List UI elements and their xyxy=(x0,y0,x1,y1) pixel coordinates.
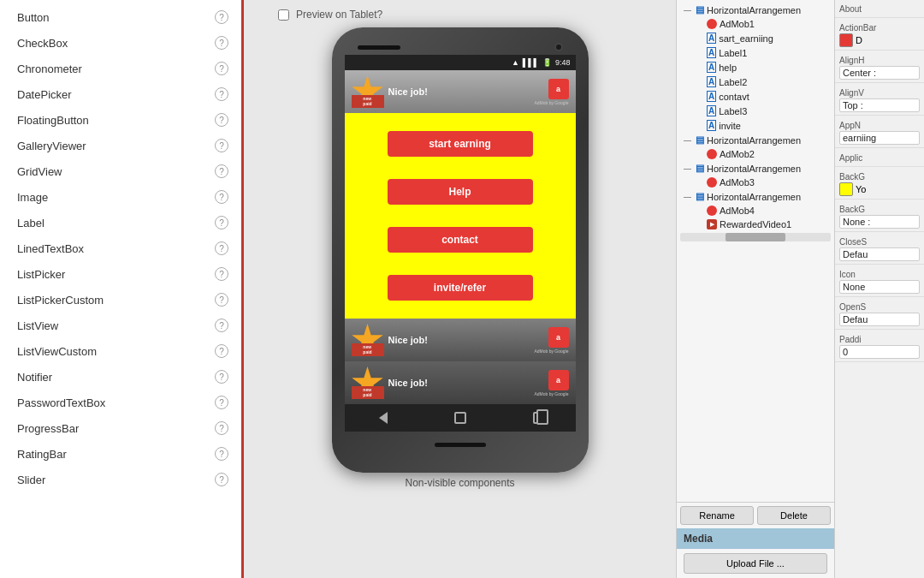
prop-value-field[interactable]: Defau xyxy=(839,313,920,326)
tree-item[interactable]: ▶ RewardedVideo1 xyxy=(677,217,834,231)
help-icon[interactable]: ? xyxy=(215,241,228,255)
help-icon[interactable]: ? xyxy=(215,190,228,204)
tree-item[interactable]: — ▤ HorizontalArrangemen xyxy=(677,3,834,17)
tree-item[interactable]: A sart_earniing xyxy=(677,31,834,45)
prop-section-paddi: Paddi0 xyxy=(835,333,924,362)
help-icon[interactable]: ? xyxy=(215,319,228,332)
tree-item[interactable]: AdMob2 xyxy=(677,147,834,161)
prop-value-field[interactable]: Defau xyxy=(839,247,920,261)
component-label: Notifier xyxy=(17,371,52,384)
prop-value-field[interactable]: None xyxy=(839,280,920,294)
tree-item[interactable]: — ▤ HorizontalArrangemen xyxy=(677,161,834,176)
contact-button[interactable]: contact xyxy=(388,227,533,253)
tree-item[interactable]: A invite xyxy=(677,118,834,133)
help-icon[interactable]: ? xyxy=(215,370,228,384)
tree-node-label: HorizontalArrangemen xyxy=(707,135,801,146)
help-icon[interactable]: ? xyxy=(215,447,228,461)
recents-button[interactable] xyxy=(528,411,547,425)
status-time: 9:48 xyxy=(555,58,571,67)
prop-value-field[interactable]: Top : xyxy=(839,98,920,112)
prop-color-swatch[interactable] xyxy=(839,33,853,47)
component-item-listpicker[interactable]: ListPicker? xyxy=(0,261,241,287)
tree-item[interactable]: A Label2 xyxy=(677,74,834,89)
invite-refer-button[interactable]: invite/refer xyxy=(388,275,533,301)
tree-item[interactable]: AdMob3 xyxy=(677,176,834,189)
start-earning-button[interactable]: start earning xyxy=(388,131,533,157)
component-item-slider[interactable]: Slider? xyxy=(0,467,241,492)
component-item-passwordtextbox[interactable]: PasswordTextBox? xyxy=(0,390,241,415)
home-button[interactable] xyxy=(451,411,470,425)
tree-node-label: contavt xyxy=(719,92,749,102)
prop-value-field[interactable]: 0 xyxy=(839,345,920,359)
help-icon[interactable]: ? xyxy=(215,139,228,152)
component-item-button[interactable]: Button? xyxy=(0,4,241,30)
tree-item[interactable]: A help xyxy=(677,60,834,74)
help-icon[interactable]: ? xyxy=(215,87,228,101)
tree-node-icon: A xyxy=(707,33,716,44)
component-item-progressbar[interactable]: ProgressBar? xyxy=(0,415,241,441)
tree-node-label: HorizontalArrangemen xyxy=(707,5,801,15)
help-icon[interactable]: ? xyxy=(215,267,228,281)
component-item-listviewcustom[interactable]: ListViewCustom? xyxy=(0,338,241,364)
help-icon[interactable]: ? xyxy=(215,36,228,50)
component-item-image[interactable]: Image? xyxy=(0,184,241,210)
help-icon[interactable]: ? xyxy=(215,344,228,358)
component-item-notifier[interactable]: Notifier? xyxy=(0,364,241,390)
tree-node-label: sart_earniing xyxy=(719,33,773,44)
phone-preview: ▲ ▌▌▌ 🔋 9:48 newpaid xyxy=(332,27,589,473)
rename-button[interactable]: Rename xyxy=(680,506,754,525)
help-icon[interactable]: ? xyxy=(215,164,228,178)
help-icon[interactable]: ? xyxy=(215,293,228,307)
help-icon[interactable]: ? xyxy=(215,216,228,229)
tree-node-icon xyxy=(707,149,717,159)
preview-tablet-checkbox[interactable] xyxy=(278,9,289,21)
component-item-datepicker[interactable]: DatePicker? xyxy=(0,81,241,107)
help-icon[interactable]: ? xyxy=(215,10,228,24)
tree-node-icon: A xyxy=(707,120,716,131)
component-item-linedtextbox[interactable]: LinedTextBox? xyxy=(0,235,241,261)
delete-button[interactable]: Delete xyxy=(757,506,831,525)
help-icon[interactable]: ? xyxy=(215,62,228,75)
tree-item[interactable]: — ▤ HorizontalArrangemen xyxy=(677,133,834,147)
component-label: GridView xyxy=(17,165,62,178)
phone-shell: ▲ ▌▌▌ 🔋 9:48 newpaid xyxy=(332,27,589,473)
tree-item[interactable]: A contavt xyxy=(677,89,834,104)
prop-value-field[interactable]: earniing xyxy=(839,131,920,145)
tree-node-icon: ▶ xyxy=(707,219,717,229)
component-item-floatingbutton[interactable]: FloatingButton? xyxy=(0,107,241,133)
tree-node-icon: ▤ xyxy=(696,4,704,15)
component-item-checkbox[interactable]: CheckBox? xyxy=(0,30,241,56)
bottom-ad-label-2: Nice job! xyxy=(388,378,428,388)
help-icon[interactable]: ? xyxy=(215,473,228,486)
help-icon[interactable]: ? xyxy=(215,113,228,127)
tree-item[interactable]: A Label1 xyxy=(677,45,834,60)
components-panel: Button?CheckBox?Chronometer?DatePicker?F… xyxy=(0,0,244,578)
component-item-label[interactable]: Label? xyxy=(0,210,241,235)
prop-section-alignh: AlignHCenter : xyxy=(835,54,924,83)
component-item-ratingbar[interactable]: RatingBar? xyxy=(0,441,241,467)
tree-item[interactable]: AdMob4 xyxy=(677,204,834,217)
component-item-listpickercustom[interactable]: ListPickerCustom? xyxy=(0,287,241,313)
component-item-gridview[interactable]: GridView? xyxy=(0,158,241,184)
component-item-listview[interactable]: ListView? xyxy=(0,313,241,338)
component-item-galleryviewer[interactable]: GalleryViewer? xyxy=(0,133,241,158)
upload-file-button[interactable]: Upload File ... xyxy=(684,553,827,574)
preview-label[interactable]: Preview on Tablet? xyxy=(278,9,382,21)
app-buttons-area: start earning Help contact invite/refer xyxy=(345,113,576,319)
tree-item[interactable]: AdMob1 xyxy=(677,17,834,31)
tree-horizontal-scrollbar[interactable] xyxy=(680,233,831,241)
component-item-chronometer[interactable]: Chronometer? xyxy=(0,56,241,81)
help-icon[interactable]: ? xyxy=(215,396,228,409)
back-button[interactable] xyxy=(374,411,393,425)
component-label: Label xyxy=(17,217,44,229)
prop-value-field[interactable]: Center : xyxy=(839,66,920,80)
prop-value-field[interactable]: None : xyxy=(839,215,920,229)
help-icon[interactable]: ? xyxy=(215,421,228,435)
tree-item[interactable]: A Label3 xyxy=(677,104,834,118)
help-button[interactable]: Help xyxy=(388,179,533,205)
tree-node-icon: A xyxy=(707,105,716,116)
tree-item[interactable]: — ▤ HorizontalArrangemen xyxy=(677,189,834,204)
prop-color-swatch[interactable] xyxy=(839,182,853,196)
non-visible-label: Non-visible components xyxy=(405,477,514,489)
tree-node-label: AdMob4 xyxy=(720,206,755,216)
